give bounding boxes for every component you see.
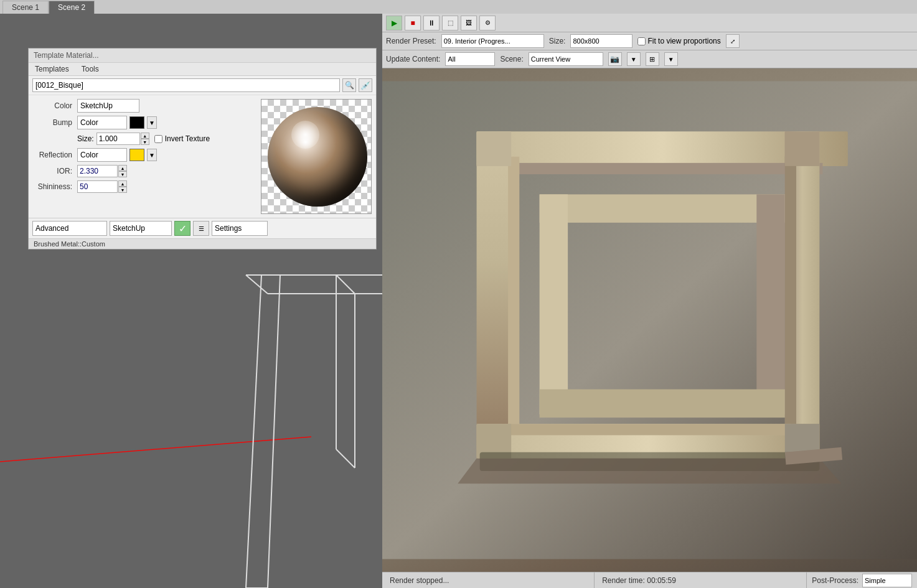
- bump-row: Bump Color ▼: [32, 116, 257, 129]
- tab-bar: Scene 1 Scene 2: [0, 0, 917, 14]
- settings-dropdown[interactable]: Settings: [212, 221, 268, 236]
- chevron-down-icon: ▼: [631, 56, 637, 63]
- svg-rect-13: [502, 163, 822, 174]
- menu-templates[interactable]: Templates: [29, 63, 75, 75]
- right-panel: ▶ ■ ⏸ ⬚ 🖼 ⚙ Render Preset: 09. Interior …: [382, 14, 917, 588]
- scene-label: Scene:: [500, 55, 523, 63]
- reflection-row: Reflection Color ▼: [32, 148, 257, 162]
- size-up-btn[interactable]: ▲: [141, 133, 149, 139]
- invert-texture-text: Invert Texture: [165, 134, 210, 143]
- ior-input[interactable]: [77, 165, 118, 177]
- search-row: 🔍 💉: [29, 76, 376, 95]
- svg-line-0: [0, 437, 311, 462]
- material-status: Brushed Metal::Custom: [29, 238, 376, 249]
- search-button[interactable]: 🔍: [342, 78, 356, 92]
- update-dropdown[interactable]: All: [445, 52, 495, 66]
- gear-icon: ⚙: [485, 19, 491, 26]
- reflection-swatch-arrow[interactable]: ▼: [147, 149, 157, 161]
- scene-dropdown[interactable]: Current View: [529, 52, 603, 66]
- render-svg: [382, 68, 917, 572]
- render-post-process-segment: Post-Process: Simple: [807, 574, 917, 587]
- svg-rect-24: [477, 131, 512, 166]
- ior-row: IOR: ▲ ▼: [32, 165, 257, 177]
- render-play-btn[interactable]: ▶: [386, 16, 402, 30]
- render-region-btn[interactable]: ⬚: [442, 16, 458, 30]
- size-label: Size:: [77, 134, 94, 143]
- render-image-btn[interactable]: 🖼: [461, 16, 477, 30]
- camera-icon: 📷: [610, 55, 619, 63]
- reflection-color-swatch[interactable]: [129, 149, 144, 161]
- bump-swatch-arrow[interactable]: ▼: [147, 116, 157, 129]
- ior-spinners: ▲ ▼: [118, 165, 127, 177]
- size-spinners: ▲ ▼: [141, 133, 149, 145]
- reflection-type-dropdown[interactable]: Color: [77, 148, 127, 162]
- svg-rect-20: [540, 194, 785, 222]
- ior-up-btn[interactable]: ▲: [118, 165, 127, 171]
- eyedropper-button[interactable]: 💉: [359, 78, 372, 92]
- fit-to-view-text: Fit to view proportions: [647, 37, 720, 45]
- material-search-input[interactable]: [32, 78, 340, 92]
- bump-label: Bump: [32, 118, 77, 127]
- color-control: SketchUp: [77, 99, 139, 113]
- color-dropdown[interactable]: SketchUp: [77, 99, 139, 113]
- apply-button[interactable]: ✓: [174, 221, 190, 236]
- post-process-dropdown[interactable]: Simple: [862, 574, 912, 587]
- engine-dropdown[interactable]: SketchUp: [110, 221, 172, 236]
- render-stop-btn[interactable]: ■: [405, 16, 421, 30]
- size-input[interactable]: [96, 133, 140, 145]
- svg-rect-23: [540, 390, 785, 418]
- color-label: Color: [32, 101, 77, 110]
- fit-to-view-checkbox[interactable]: [637, 37, 646, 45]
- bump-type-dropdown[interactable]: Color: [77, 116, 127, 129]
- size-dropdown[interactable]: 800x800: [570, 34, 632, 48]
- bump-control: Color ▼: [77, 116, 157, 129]
- sphere-visual: [268, 107, 367, 207]
- reflection-control: Color ▼: [77, 148, 157, 162]
- render-toolbar: ▶ ■ ⏸ ⬚ 🖼 ⚙: [382, 14, 917, 32]
- bump-color-swatch[interactable]: [129, 116, 144, 129]
- update-label: Update Content:: [386, 55, 440, 63]
- list-icon: ☰: [199, 225, 204, 232]
- aspect-icon: ⤢: [730, 38, 735, 45]
- layout-btn[interactable]: ⊞: [646, 52, 659, 66]
- shininess-input[interactable]: [77, 180, 118, 193]
- preset-dropdown[interactable]: 09. Interior (Progres...: [441, 34, 544, 48]
- mode-dropdown[interactable]: Advanced: [32, 221, 107, 236]
- shininess-row: Shininess: ▲ ▼: [32, 180, 257, 193]
- tab-scene2[interactable]: Scene 2: [49, 1, 95, 14]
- svg-rect-22: [756, 194, 784, 414]
- post-process-label: Post-Process:: [812, 576, 858, 585]
- pause-icon: ⏸: [428, 19, 435, 27]
- size-row: Size: ▲ ▼ Invert Texture: [77, 133, 257, 145]
- render-settings-icon-btn[interactable]: ⚙: [479, 16, 496, 30]
- render-settings-bar2: Update Content: All Scene: Current View …: [382, 50, 917, 68]
- aspect-ratio-btn[interactable]: ⤢: [726, 34, 740, 48]
- menu-tools[interactable]: Tools: [75, 63, 105, 75]
- svg-rect-17: [785, 157, 796, 437]
- render-status-bar: Render stopped... Render time: 00:05:59 …: [382, 572, 917, 588]
- svg-line-5: [246, 275, 268, 294]
- layout-dropdown-btn[interactable]: ▼: [664, 52, 678, 66]
- ior-down-btn[interactable]: ▼: [118, 171, 127, 177]
- chevron-down-icon2: ▼: [668, 56, 674, 63]
- camera-extra-controls: ▼: [627, 52, 641, 66]
- shininess-spinners: ▲ ▼: [118, 180, 127, 193]
- render-pause-btn[interactable]: ⏸: [423, 16, 440, 30]
- left-viewport: Template Material... Templates Tools 🔍 💉: [0, 14, 382, 588]
- size-down-btn[interactable]: ▼: [141, 139, 149, 145]
- render-status-text: Render stopped...: [382, 572, 595, 588]
- region-icon: ⬚: [448, 19, 453, 26]
- tab-scene1[interactable]: Scene 1: [2, 1, 49, 14]
- fit-to-view-label: Fit to view proportions: [637, 37, 720, 45]
- list-view-button[interactable]: ☰: [193, 221, 209, 236]
- camera-dropdown-btn[interactable]: ▼: [627, 52, 641, 66]
- render-time-segment: Render time: 00:05:59: [595, 572, 807, 588]
- material-panel-title: Template Material...: [29, 49, 376, 63]
- invert-texture-checkbox[interactable]: [154, 135, 162, 143]
- render-time-label: Render time:: [602, 576, 645, 585]
- shininess-down-btn[interactable]: ▼: [118, 187, 127, 193]
- layout-extra-controls: ▼: [664, 52, 678, 66]
- camera-btn[interactable]: 📷: [608, 52, 622, 66]
- bottom-controls: Advanced SketchUp ✓ ☰ Settings: [29, 218, 376, 238]
- shininess-up-btn[interactable]: ▲: [118, 180, 127, 187]
